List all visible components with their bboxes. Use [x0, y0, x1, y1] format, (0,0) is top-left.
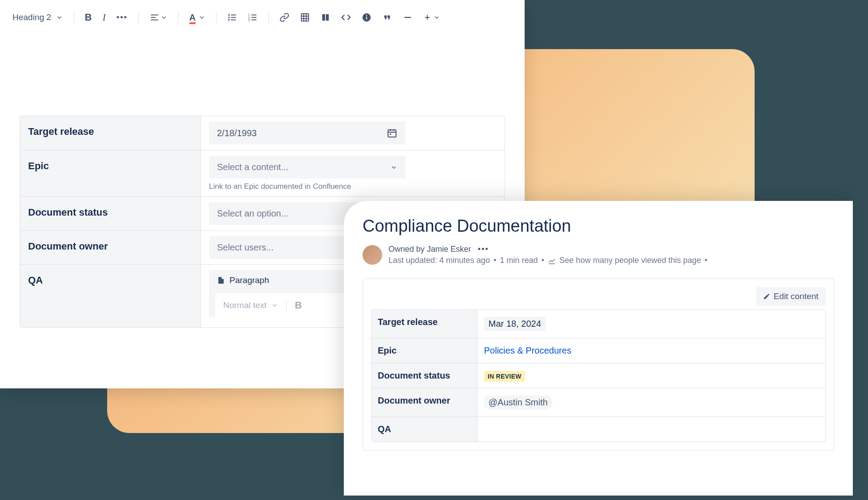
svg-point-4: [228, 17, 230, 18]
info-button[interactable]: [358, 10, 375, 25]
svg-text:3: 3: [248, 19, 250, 22]
toolbar-separator: [178, 11, 179, 24]
svg-rect-32: [390, 133, 391, 135]
svg-rect-23: [366, 17, 367, 19]
user-mention[interactable]: @Austin Smith: [484, 396, 552, 409]
form-label: Epic: [20, 150, 201, 196]
chevron-down-icon: [271, 302, 278, 309]
calendar-icon: [387, 128, 397, 138]
svg-rect-6: [231, 15, 236, 16]
table-label: Document owner: [371, 388, 478, 417]
table-label: QA: [371, 417, 478, 442]
content-select[interactable]: Select a content...: [209, 156, 405, 179]
divider-button[interactable]: [399, 10, 416, 25]
table-label: Target release: [371, 310, 478, 338]
toolbar-separator: [74, 11, 74, 24]
align-button[interactable]: [146, 10, 171, 25]
viewer-panel: Compliance Documentation Owned by Jamie …: [344, 201, 853, 496]
pencil-icon: [763, 293, 770, 300]
table-row: QA: [371, 417, 825, 442]
table-row: Target release Mar 18, 2024: [371, 310, 825, 338]
page-title: Compliance Documentation: [363, 217, 834, 236]
numbered-list-button[interactable]: 123: [244, 10, 261, 25]
bullet-list-button[interactable]: [224, 10, 241, 25]
text-style-label: Normal text: [223, 300, 267, 310]
svg-rect-20: [322, 14, 325, 21]
table-value: Policies & Procedures: [478, 338, 825, 363]
helper-text: Link to an Epic documented in Confluence: [209, 182, 497, 191]
more-actions-button[interactable]: •••: [478, 245, 489, 254]
meta-row: Last updated: 4 minutes ago • 1 min read…: [388, 256, 707, 265]
svg-rect-28: [388, 130, 396, 137]
svg-point-24: [366, 15, 367, 16]
svg-point-3: [228, 14, 230, 16]
form-value: Select a content... Link to an Epic docu…: [201, 150, 505, 196]
link-button[interactable]: [276, 10, 293, 25]
data-table: Target release Mar 18, 2024 Epic Policie…: [371, 309, 826, 442]
select-placeholder: Select users...: [217, 242, 274, 253]
form-label: QA: [20, 265, 201, 327]
insert-button[interactable]: [420, 11, 444, 24]
svg-rect-15: [301, 14, 309, 21]
editor-toolbar: Heading 2 B I ••• A 123: [0, 0, 525, 35]
text-style-dropdown[interactable]: Normal text: [223, 300, 278, 310]
svg-rect-8: [231, 20, 236, 21]
heading-label: Heading 2: [13, 12, 51, 22]
more-formatting-button[interactable]: •••: [113, 10, 131, 25]
table-row: Document status IN REVIEW: [371, 363, 825, 388]
bold-button[interactable]: B: [81, 9, 96, 26]
bold-button[interactable]: B: [295, 300, 302, 311]
toolbar-separator: [216, 11, 217, 24]
code-button[interactable]: [338, 10, 355, 25]
table-value: [478, 417, 825, 442]
owner-line: Owned by Jamie Esker •••: [388, 245, 707, 254]
table-button[interactable]: [296, 10, 313, 25]
svg-rect-12: [251, 15, 256, 16]
heading-dropdown[interactable]: Heading 2: [13, 12, 67, 22]
layout-button[interactable]: [317, 10, 334, 25]
table-value: IN REVIEW: [478, 363, 825, 388]
select-placeholder: Select a content...: [217, 162, 288, 172]
edit-content-label: Edit content: [774, 292, 818, 301]
table-row: Document owner @Austin Smith: [371, 388, 825, 417]
table-value: Mar 18, 2024: [478, 310, 825, 338]
svg-point-5: [228, 19, 230, 21]
paragraph-label: Paragraph: [230, 275, 269, 285]
chevron-down-icon: [390, 164, 397, 171]
table-value: @Austin Smith: [478, 388, 825, 417]
form-value: 2/18/1993: [201, 116, 505, 150]
date-value: 2/18/1993: [217, 128, 257, 138]
last-updated: Last updated: 4 minutes ago: [388, 256, 490, 265]
toolbar-separator: [138, 11, 139, 24]
read-time: 1 min read: [500, 256, 538, 265]
date-input[interactable]: 2/18/1993: [209, 121, 405, 145]
table-label: Epic: [371, 338, 478, 363]
italic-button[interactable]: I: [99, 9, 109, 26]
owner-name: Jamie Esker: [427, 245, 471, 254]
chevron-down-icon: [56, 14, 63, 21]
quote-button[interactable]: [379, 10, 396, 25]
form-label: Document owner: [20, 231, 201, 264]
svg-rect-14: [251, 20, 256, 21]
form-row-epic: Epic Select a content... Link to an Epic…: [20, 150, 505, 197]
edit-content-button[interactable]: Edit content: [756, 287, 826, 306]
form-row-target-release: Target release 2/18/1993: [20, 116, 505, 150]
svg-rect-13: [251, 17, 256, 18]
svg-rect-21: [326, 14, 329, 21]
owner-prefix: Owned by: [388, 245, 427, 254]
byline: Owned by Jamie Esker ••• Last updated: 4…: [363, 245, 834, 265]
table-row: Epic Policies & Procedures: [371, 338, 825, 363]
table-label: Document status: [371, 363, 478, 388]
document-icon: [217, 276, 225, 284]
analytics-icon: [548, 257, 556, 265]
avatar[interactable]: [363, 245, 382, 265]
content-box: Edit content Target release Mar 18, 2024…: [363, 279, 834, 450]
epic-link[interactable]: Policies & Procedures: [484, 346, 572, 355]
analytics-link[interactable]: See how many people viewed this page: [559, 256, 701, 265]
toolbar-separator: [268, 11, 269, 24]
text-color-button[interactable]: A: [186, 10, 209, 25]
svg-rect-7: [231, 17, 236, 18]
date-chip: Mar 18, 2024: [484, 317, 546, 331]
form-label: Target release: [20, 116, 201, 150]
select-placeholder: Select an option...: [217, 208, 288, 219]
